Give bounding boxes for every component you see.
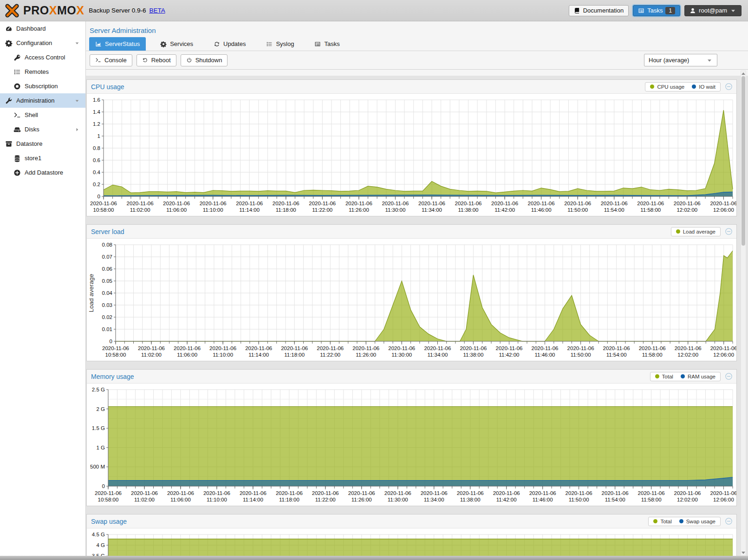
scroll-up-arrow[interactable]: [741, 71, 746, 76]
database-icon: [13, 155, 21, 162]
swap-usage-chart-body: 0500 M1 G1.5 G2 G2.5 G3 G3.5 G4 G4.5 G20…: [87, 528, 736, 560]
vertical-scrollbar[interactable]: [741, 71, 746, 556]
svg-text:1.5 G: 1.5 G: [92, 425, 105, 431]
svg-text:11:34:00: 11:34:00: [422, 207, 442, 213]
svg-text:2020-11-06: 2020-11-06: [460, 345, 487, 351]
svg-text:11:30:00: 11:30:00: [388, 497, 408, 502]
svg-text:2020-11-06: 2020-11-06: [532, 345, 559, 351]
svg-text:0.02: 0.02: [102, 314, 112, 320]
sidebar-item-label: Disks: [25, 126, 39, 133]
sidebar-item-disks[interactable]: Disks: [0, 122, 85, 137]
cpu-usage-panel: CPU usageCPU usageIO wait00.20.40.60.811…: [86, 79, 737, 216]
tab-syslog[interactable]: Syslog: [260, 37, 300, 51]
navigation-sidebar: DashboardConfigurationAccess ControlRemo…: [0, 21, 86, 560]
svg-text:2020-11-06: 2020-11-06: [174, 345, 201, 351]
collapse-panel-icon[interactable]: [725, 372, 733, 380]
sidebar-item-administration[interactable]: Administration: [0, 93, 85, 108]
svg-text:2020-11-06: 2020-11-06: [236, 201, 263, 206]
svg-text:11:06:00: 11:06:00: [166, 207, 187, 213]
svg-text:10:58:00: 10:58:00: [105, 352, 126, 358]
svg-text:11:22:00: 11:22:00: [312, 207, 332, 213]
proxmox-logo: PROXMOX: [4, 2, 84, 19]
beta-link[interactable]: BETA: [149, 7, 165, 14]
svg-text:11:26:00: 11:26:00: [349, 207, 369, 213]
svg-text:11:02:00: 11:02:00: [141, 352, 162, 358]
sidebar-item-datastore[interactable]: Datastore: [0, 137, 85, 151]
tasks-button[interactable]: Tasks 1: [633, 5, 680, 16]
pluscircle-icon: [13, 169, 21, 176]
svg-text:2020-11-06: 2020-11-06: [566, 490, 592, 496]
tachometer-icon: [5, 25, 13, 33]
terminal-icon: [95, 57, 101, 63]
legend-dot: [681, 374, 685, 378]
sidebar-item-shell[interactable]: Shell: [0, 108, 85, 122]
memory-usage-chart-body: 0500 M1 G1.5 G2 G2.5 G2020-11-0610:58:00…: [87, 384, 736, 506]
svg-text:2020-11-06: 2020-11-06: [382, 201, 409, 206]
scroll-down-arrow[interactable]: [741, 550, 746, 555]
sidebar-item-add-datastore[interactable]: Add Datastore: [0, 165, 85, 180]
svg-text:0.05: 0.05: [102, 278, 112, 284]
tasks-count-badge: 1: [665, 7, 675, 14]
sidebar-item-store1[interactable]: store1: [0, 151, 85, 165]
chevron-right-icon: [74, 127, 80, 132]
sidebar-item-label: Shell: [25, 111, 38, 118]
svg-text:2020-11-06: 2020-11-06: [388, 345, 415, 351]
svg-text:11:46:00: 11:46:00: [535, 352, 555, 358]
power-icon: [186, 57, 192, 63]
svg-text:2020-11-06: 2020-11-06: [674, 490, 701, 496]
documentation-button[interactable]: Documentation: [569, 5, 629, 16]
svg-text:2020-11-06: 2020-11-06: [352, 345, 379, 351]
timeframe-select[interactable]: Hour (average): [644, 54, 717, 66]
svg-text:2020-11-06: 2020-11-06: [348, 490, 375, 496]
svg-text:11:54:00: 11:54:00: [604, 207, 624, 213]
collapse-panel-icon[interactable]: [725, 517, 733, 525]
svg-text:2020-11-06: 2020-11-06: [102, 345, 129, 351]
sidebar-item-configuration[interactable]: Configuration: [0, 36, 85, 50]
legend-item: IO wait: [692, 84, 715, 90]
reboot-button[interactable]: Reboot: [137, 54, 176, 66]
user-menu-button[interactable]: root@pam: [684, 5, 741, 16]
proxmox-logo-text: PROXMOX: [23, 4, 84, 17]
sidebar-item-label: Administration: [16, 97, 54, 104]
scrollbar-thumb[interactable]: [741, 76, 745, 246]
list-icon: [13, 68, 21, 76]
user-icon: [689, 7, 696, 14]
tab-updates[interactable]: Updates: [208, 37, 252, 51]
sidebar-item-dashboard[interactable]: Dashboard: [0, 21, 85, 36]
tab-tasks[interactable]: Tasks: [308, 37, 345, 51]
collapse-panel-icon[interactable]: [725, 228, 733, 235]
svg-text:11:58:00: 11:58:00: [642, 352, 663, 358]
svg-text:2020-11-06: 2020-11-06: [637, 201, 664, 206]
svg-text:2020-11-06: 2020-11-06: [209, 345, 236, 351]
legend-item: RAM usage: [681, 374, 715, 379]
legend-dot: [676, 229, 680, 234]
svg-text:11:22:00: 11:22:00: [320, 352, 340, 358]
svg-text:11:02:00: 11:02:00: [130, 207, 150, 213]
legend-item: Swap usage: [679, 519, 715, 524]
legend-dot: [653, 519, 657, 523]
tab-services[interactable]: Services: [154, 37, 199, 51]
cpu-usage-chart: 00.20.40.60.811.21.41.62020-11-0610:58:0…: [87, 94, 736, 216]
top-header-bar: PROXMOX Backup Server 0.9-6 BETA Documen…: [0, 0, 748, 21]
svg-text:2020-11-06: 2020-11-06: [90, 201, 117, 206]
svg-text:2020-11-06: 2020-11-06: [638, 490, 665, 496]
server-load-chart-body: 00.010.020.030.040.050.060.070.082020-11…: [87, 239, 736, 361]
chart-legend: TotalSwap usage: [648, 517, 721, 526]
svg-text:2020-11-06: 2020-11-06: [603, 345, 630, 351]
sidebar-item-label: Datastore: [16, 140, 42, 147]
tab-serverstatus[interactable]: ServerStatus: [89, 37, 146, 51]
svg-text:0: 0: [110, 339, 112, 344]
svg-text:0: 0: [102, 483, 105, 489]
sidebar-item-access-control[interactable]: Access Control: [0, 50, 85, 65]
shutdown-button[interactable]: Shutdown: [181, 54, 228, 66]
svg-text:2020-11-06: 2020-11-06: [491, 201, 518, 206]
window-bottom-edge: [0, 556, 748, 560]
console-button[interactable]: Console: [90, 54, 132, 66]
sidebar-item-remotes[interactable]: Remotes: [0, 65, 85, 79]
svg-text:0.08: 0.08: [102, 242, 112, 247]
sidebar-item-label: Dashboard: [16, 25, 46, 32]
svg-text:11:42:00: 11:42:00: [496, 497, 517, 502]
svg-text:0.6: 0.6: [93, 157, 100, 163]
sidebar-item-subscription[interactable]: Subscription: [0, 79, 85, 93]
collapse-panel-icon[interactable]: [725, 83, 733, 91]
